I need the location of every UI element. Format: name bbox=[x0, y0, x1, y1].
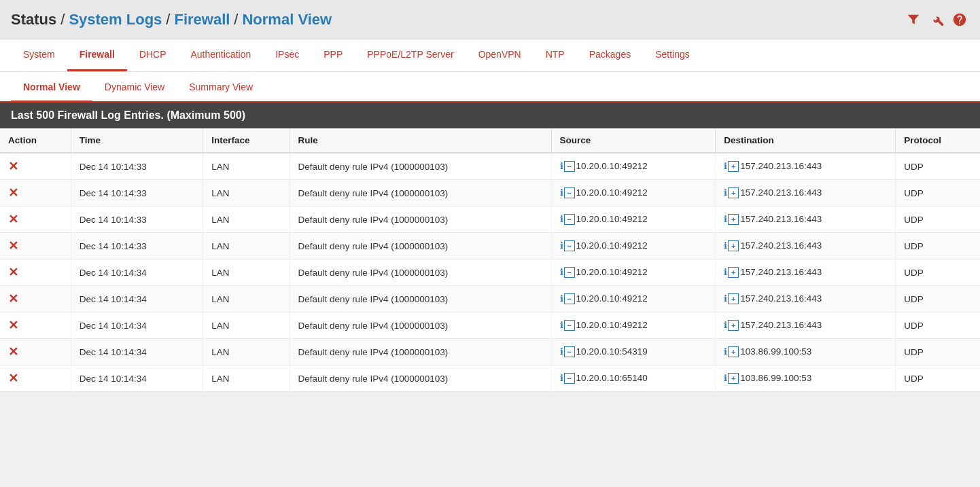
action-cell: ✕ bbox=[0, 286, 71, 312]
protocol-cell: UDP bbox=[896, 286, 980, 312]
subtab-normalview[interactable]: Normal View bbox=[11, 73, 92, 103]
deny-icon[interactable]: ✕ bbox=[8, 159, 18, 174]
destination-plus-button[interactable]: + bbox=[728, 161, 739, 172]
deny-icon[interactable]: ✕ bbox=[8, 318, 18, 333]
destination-plus-button[interactable]: + bbox=[728, 240, 739, 251]
deny-icon[interactable]: ✕ bbox=[8, 212, 18, 227]
tab-settings[interactable]: Settings bbox=[643, 39, 702, 71]
protocol-cell: UDP bbox=[896, 233, 980, 259]
source-cell: ℹ−10.20.0.10:49212 bbox=[551, 286, 716, 312]
source-cell: ℹ−10.20.0.10:49212 bbox=[551, 153, 716, 180]
destination-plus-button[interactable]: + bbox=[728, 346, 739, 357]
col-action: Action bbox=[0, 128, 71, 153]
source-minus-button[interactable]: − bbox=[564, 161, 575, 172]
col-source: Source bbox=[551, 128, 716, 153]
tab-firewall[interactable]: Firewall bbox=[67, 39, 127, 71]
source-minus-button[interactable]: − bbox=[564, 320, 575, 331]
source-info-icon[interactable]: ℹ bbox=[560, 187, 563, 198]
destination-plus-button[interactable]: + bbox=[728, 187, 739, 198]
tab-ipsec[interactable]: IPsec bbox=[263, 39, 311, 71]
source-info-icon[interactable]: ℹ bbox=[560, 293, 563, 304]
destination-info-icon[interactable]: ℹ bbox=[724, 373, 727, 383]
destination-info-icon[interactable]: ℹ bbox=[724, 293, 727, 304]
source-info-icon[interactable]: ℹ bbox=[560, 320, 563, 330]
tab-dhcp[interactable]: DHCP bbox=[127, 39, 179, 71]
deny-icon[interactable]: ✕ bbox=[8, 238, 18, 253]
breadcrumb-normalview[interactable]: Normal View bbox=[242, 11, 332, 29]
tab-packages[interactable]: Packages bbox=[577, 39, 643, 71]
source-minus-button[interactable]: − bbox=[564, 267, 575, 278]
destination-plus-button[interactable]: + bbox=[728, 267, 739, 278]
subtab-dynamicview[interactable]: Dynamic View bbox=[92, 73, 177, 103]
destination-info-icon[interactable]: ℹ bbox=[724, 161, 727, 171]
source-ip: 10.20.0.10:49212 bbox=[576, 240, 648, 251]
destination-cell: ℹ+157.240.213.16:443 bbox=[716, 312, 896, 339]
source-info-icon[interactable]: ℹ bbox=[560, 240, 563, 251]
destination-plus-button[interactable]: + bbox=[728, 214, 739, 225]
tab-pppoe[interactable]: PPPoE/L2TP Server bbox=[355, 39, 466, 71]
protocol-cell: UDP bbox=[896, 365, 980, 392]
action-cell: ✕ bbox=[0, 312, 71, 339]
subtab-nav: Normal View Dynamic View Summary View bbox=[0, 72, 980, 103]
source-info-icon[interactable]: ℹ bbox=[560, 214, 563, 224]
interface-cell: LAN bbox=[203, 233, 290, 259]
deny-icon[interactable]: ✕ bbox=[8, 185, 18, 200]
tab-authentication[interactable]: Authentication bbox=[179, 39, 264, 71]
rule-cell: Default deny rule IPv4 (1000000103) bbox=[290, 153, 551, 180]
destination-cell: ℹ+103.86.99.100:53 bbox=[716, 365, 896, 392]
deny-icon[interactable]: ✕ bbox=[8, 371, 18, 386]
destination-info-icon[interactable]: ℹ bbox=[724, 187, 727, 198]
source-minus-button[interactable]: − bbox=[564, 346, 575, 357]
breadcrumb-firewall[interactable]: Firewall bbox=[174, 11, 230, 29]
source-ip: 10.20.0.10:49212 bbox=[576, 214, 648, 224]
firewall-log-table: Action Time Interface Rule Source Destin… bbox=[0, 128, 980, 392]
destination-info-icon[interactable]: ℹ bbox=[724, 267, 727, 277]
source-info-icon[interactable]: ℹ bbox=[560, 373, 563, 383]
source-minus-button[interactable]: − bbox=[564, 187, 575, 198]
destination-ip: 157.240.213.16:443 bbox=[740, 214, 822, 224]
source-cell: ℹ−10.20.0.10:54319 bbox=[551, 339, 716, 365]
destination-ip: 157.240.213.16:443 bbox=[740, 240, 822, 251]
destination-ip: 103.86.99.100:53 bbox=[740, 373, 811, 383]
deny-icon[interactable]: ✕ bbox=[8, 344, 18, 359]
source-minus-button[interactable]: − bbox=[564, 373, 575, 384]
destination-plus-button[interactable]: + bbox=[728, 293, 739, 304]
source-minus-button[interactable]: − bbox=[564, 240, 575, 251]
destination-ip: 103.86.99.100:53 bbox=[740, 346, 811, 357]
protocol-cell: UDP bbox=[896, 153, 980, 180]
destination-info-icon[interactable]: ℹ bbox=[724, 320, 727, 330]
subtab-summaryview[interactable]: Summary View bbox=[177, 73, 265, 103]
source-info-icon[interactable]: ℹ bbox=[560, 346, 563, 357]
destination-cell: ℹ+157.240.213.16:443 bbox=[716, 233, 896, 259]
rule-cell: Default deny rule IPv4 (1000000103) bbox=[290, 365, 551, 392]
source-minus-button[interactable]: − bbox=[564, 214, 575, 225]
tab-ppp[interactable]: PPP bbox=[311, 39, 355, 71]
breadcrumb-systemlogs[interactable]: System Logs bbox=[69, 11, 162, 29]
filter-icon[interactable] bbox=[904, 10, 923, 29]
destination-plus-button[interactable]: + bbox=[728, 320, 739, 331]
tab-system[interactable]: System bbox=[11, 39, 67, 71]
tab-ntp[interactable]: NTP bbox=[533, 39, 577, 71]
wrench-icon[interactable] bbox=[927, 10, 946, 29]
rule-cell: Default deny rule IPv4 (1000000103) bbox=[290, 259, 551, 286]
destination-info-icon[interactable]: ℹ bbox=[724, 214, 727, 224]
interface-cell: LAN bbox=[203, 339, 290, 365]
help-icon[interactable] bbox=[950, 10, 969, 29]
time-cell: Dec 14 10:14:34 bbox=[71, 286, 203, 312]
rule-cell: Default deny rule IPv4 (1000000103) bbox=[290, 312, 551, 339]
time-cell: Dec 14 10:14:33 bbox=[71, 180, 203, 206]
tab-openvpn[interactable]: OpenVPN bbox=[466, 39, 533, 71]
source-minus-button[interactable]: − bbox=[564, 293, 575, 304]
destination-ip: 157.240.213.16:443 bbox=[740, 187, 822, 198]
destination-plus-button[interactable]: + bbox=[728, 373, 739, 384]
deny-icon[interactable]: ✕ bbox=[8, 291, 18, 306]
destination-info-icon[interactable]: ℹ bbox=[724, 346, 727, 357]
source-info-icon[interactable]: ℹ bbox=[560, 267, 563, 277]
destination-cell: ℹ+157.240.213.16:443 bbox=[716, 153, 896, 180]
deny-icon[interactable]: ✕ bbox=[8, 265, 18, 280]
destination-info-icon[interactable]: ℹ bbox=[724, 240, 727, 251]
destination-cell: ℹ+157.240.213.16:443 bbox=[716, 206, 896, 233]
source-cell: ℹ−10.20.0.10:65140 bbox=[551, 365, 716, 392]
col-interface: Interface bbox=[203, 128, 290, 153]
source-info-icon[interactable]: ℹ bbox=[560, 161, 563, 171]
